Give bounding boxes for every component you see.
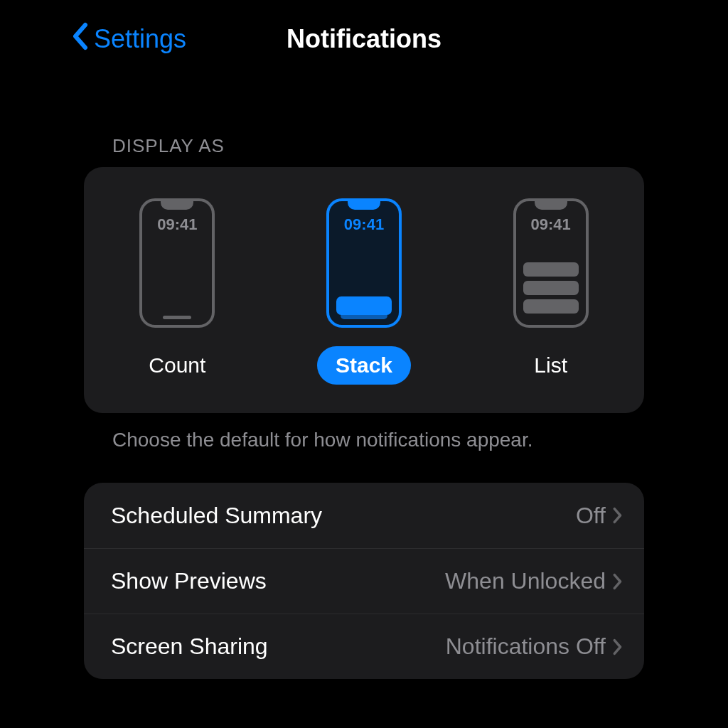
nav-header: Settings Notifications <box>0 0 728 78</box>
option-label-list: List <box>515 346 586 385</box>
display-as-footer: Choose the default for how notifications… <box>112 429 728 451</box>
chevron-right-icon <box>613 638 623 655</box>
page-title: Notifications <box>287 24 441 54</box>
chevron-left-icon <box>71 22 94 57</box>
option-label-count: Count <box>130 346 224 385</box>
phone-preview-count-icon: 09:41 <box>139 198 215 328</box>
row-label: Scheduled Summary <box>111 503 576 529</box>
display-option-count[interactable]: 09:41 Count <box>99 196 255 385</box>
phone-time: 09:41 <box>516 215 586 234</box>
option-label-stack: Stack <box>317 346 411 385</box>
row-value: Off <box>576 503 606 529</box>
chevron-right-icon <box>613 507 623 524</box>
section-header-display-as: DISPLAY AS <box>112 135 728 157</box>
phone-preview-stack-icon: 09:41 <box>326 198 402 328</box>
back-button[interactable]: Settings <box>71 0 186 78</box>
chevron-right-icon <box>613 573 623 590</box>
display-option-list[interactable]: 09:41 List <box>473 196 629 385</box>
phone-preview-list-icon: 09:41 <box>513 198 589 328</box>
row-value: Notifications Off <box>446 633 606 660</box>
row-label: Screen Sharing <box>111 633 446 660</box>
row-scheduled-summary[interactable]: Scheduled Summary Off <box>84 483 644 548</box>
display-option-stack[interactable]: 09:41 Stack <box>286 196 442 385</box>
phone-time: 09:41 <box>142 215 212 234</box>
row-show-previews[interactable]: Show Previews When Unlocked <box>84 548 644 614</box>
row-value: When Unlocked <box>445 568 606 594</box>
back-label: Settings <box>94 24 186 54</box>
row-label: Show Previews <box>111 568 445 594</box>
settings-list: Scheduled Summary Off Show Previews When… <box>84 483 644 679</box>
display-as-card: 09:41 Count 09:41 Stack 09:41 <box>84 167 644 413</box>
phone-time: 09:41 <box>329 215 399 234</box>
row-screen-sharing[interactable]: Screen Sharing Notifications Off <box>84 614 644 679</box>
